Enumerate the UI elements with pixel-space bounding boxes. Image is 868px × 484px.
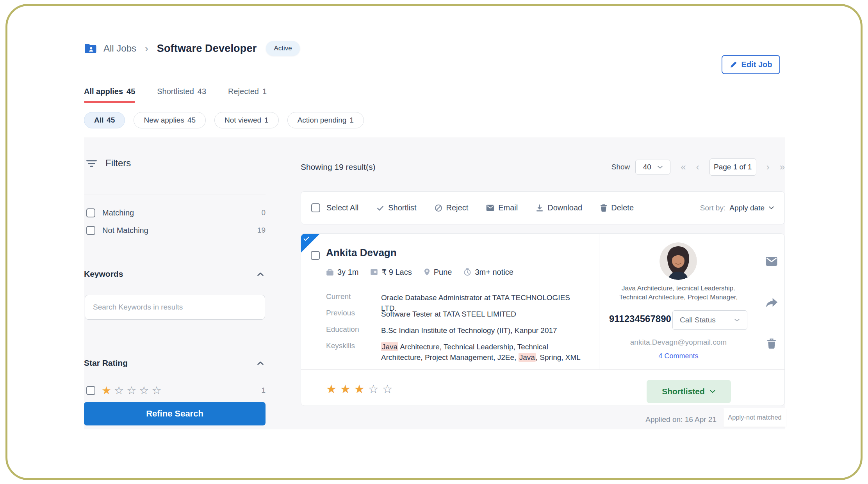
contact-panel: Java Architecture, tecnical Leadership. …	[599, 234, 758, 369]
notice-clock-icon	[463, 268, 471, 276]
pill-count: 45	[107, 116, 115, 125]
email-action[interactable]: Email	[486, 203, 518, 212]
download-icon	[536, 204, 544, 212]
apply-match-tag: Apply-not matched	[724, 408, 786, 427]
prev-page-button[interactable]: ‹	[696, 162, 699, 172]
star-filled-icon: ★	[340, 383, 354, 395]
page-size-dropdown[interactable]: 40	[635, 160, 670, 174]
star-empty-icon: ☆	[368, 383, 382, 395]
previous-value: Software Tester at TATA STEEL LIMITED	[381, 309, 584, 319]
results-header: Showing 19 result(s) Show 40 « ‹ Page 1 …	[301, 159, 785, 175]
salary-item: ₹ 9 Lacs	[370, 267, 412, 277]
select-all-checkbox[interactable]	[311, 203, 320, 212]
show-label: Show	[611, 163, 630, 171]
star-empty-icon: ☆	[114, 384, 127, 397]
pill-action-pending[interactable]: Action pending 1	[287, 112, 364, 128]
matching-checkbox[interactable]	[86, 208, 95, 217]
keyskills-value: Java Architecture, Technical Leadership,…	[381, 342, 584, 363]
not-matching-label: Not Matching	[102, 226, 148, 235]
send-email-icon[interactable]	[766, 256, 778, 266]
briefcase-icon	[326, 269, 334, 276]
tab-all-applies[interactable]: All applies 45	[84, 87, 135, 102]
pill-count: 1	[264, 116, 269, 125]
chevron-up-icon[interactable]	[257, 272, 264, 276]
applied-on-date: Applied on: 16 Apr 21	[645, 415, 717, 424]
pill-label: Not viewed	[225, 116, 261, 125]
first-page-button[interactable]: «	[681, 162, 686, 172]
delete-label: Delete	[611, 203, 634, 212]
pill-count: 45	[187, 116, 196, 125]
skill-summary-line2: Technical Architecture, Project Manager,	[599, 293, 758, 302]
ribbon-check-icon	[303, 237, 309, 241]
page-indicator: Page 1 of 1	[709, 158, 756, 176]
edit-job-button[interactable]: Edit Job	[722, 55, 780, 74]
star-empty-icon: ☆	[127, 384, 139, 397]
candidate-star-rating[interactable]: ★★★☆☆	[326, 382, 396, 396]
refine-search-button[interactable]: Refine Search	[84, 402, 266, 425]
not-matching-checkbox[interactable]	[86, 226, 95, 235]
candidate-name[interactable]: Ankita Devagn	[326, 247, 397, 259]
last-page-button[interactable]: »	[780, 162, 785, 172]
bulk-actions-toolbar: Select All Shortlist Reject	[301, 191, 785, 224]
keyskills-row: Keyskills Java Architecture, Technical L…	[326, 342, 584, 363]
delete-candidate-icon[interactable]	[767, 338, 776, 349]
not-matching-count: 19	[257, 226, 266, 235]
email-label: Email	[498, 203, 518, 212]
download-label: Download	[547, 203, 582, 212]
breadcrumb: All Jobs › Software Developer Active	[84, 41, 300, 56]
next-page-button[interactable]: ›	[766, 162, 770, 172]
star-empty-icon: ☆	[382, 383, 396, 395]
shortlist-action[interactable]: Shortlist	[376, 203, 416, 212]
keywords-title: Keywords	[84, 269, 123, 279]
reject-action[interactable]: Reject	[435, 203, 469, 212]
education-label: Education	[326, 325, 381, 336]
shortlisted-status-dropdown[interactable]: Shortlisted	[647, 380, 731, 403]
candidate-phone: 911234567890	[609, 313, 671, 324]
candidate-avatar	[659, 242, 697, 280]
page-content: All Jobs › Software Developer Active Edi…	[84, 37, 785, 439]
keywords-search-input[interactable]	[85, 295, 265, 320]
email-icon	[486, 205, 494, 211]
call-status-dropdown[interactable]: Call Status	[672, 310, 747, 330]
location-value: Pune	[434, 268, 452, 277]
tab-label: Shortlisted	[157, 87, 194, 96]
previous-label: Previous	[326, 309, 381, 319]
pill-label: New applies	[144, 116, 184, 125]
candidate-email: ankita.Devagn@yopmail.com	[599, 338, 758, 347]
share-forward-icon[interactable]	[765, 297, 778, 308]
filters-title: Filters	[105, 158, 131, 169]
candidate-checkbox[interactable]	[311, 251, 320, 260]
tab-count: 43	[198, 87, 206, 96]
one-star-count: 1	[261, 386, 266, 395]
chevron-up-icon[interactable]	[257, 361, 264, 365]
app-root: All Jobs › Software Developer Active Edi…	[0, 0, 868, 484]
download-action[interactable]: Download	[536, 203, 582, 212]
star-empty-icon: ☆	[139, 384, 151, 397]
tab-rejected[interactable]: Rejected 1	[228, 87, 267, 102]
breadcrumb-all-jobs[interactable]: All Jobs	[103, 43, 136, 54]
pill-new-applies[interactable]: New applies 45	[134, 112, 206, 128]
filter-row-matching: Matching 0	[86, 206, 266, 219]
one-star-rating: ★☆☆☆☆	[102, 384, 164, 397]
pill-label: All	[94, 116, 103, 125]
one-star-filter-row: ★☆☆☆☆ 1	[86, 383, 266, 397]
select-all-control[interactable]: Select All	[311, 203, 358, 212]
tab-shortlisted[interactable]: Shortlisted 43	[157, 87, 206, 102]
sort-by-dropdown[interactable]: Sort by: Apply date	[700, 204, 774, 212]
page-title: Software Developer	[157, 43, 257, 55]
candidate-meta-row: 3y 1m ₹ 9 Lacs Pune	[326, 267, 513, 277]
comments-link[interactable]: 4 Comments	[599, 352, 758, 360]
check-icon	[376, 204, 384, 212]
pill-label: Action pending	[298, 116, 347, 125]
shortlist-label: Shortlist	[388, 203, 416, 212]
pill-all[interactable]: All 45	[84, 112, 125, 128]
call-status-label: Call Status	[680, 316, 716, 324]
candidate-skill-summary: Java Architecture, tecnical Leadership. …	[599, 284, 758, 302]
results-controls: Show 40 « ‹ Page 1 of 1 › »	[611, 158, 785, 176]
one-star-checkbox[interactable]	[86, 386, 95, 395]
salary-value: ₹ 9 Lacs	[381, 267, 412, 277]
divider	[84, 194, 266, 194]
delete-action[interactable]: Delete	[600, 203, 634, 212]
divider	[301, 369, 784, 370]
pill-not-viewed[interactable]: Not viewed 1	[214, 112, 279, 128]
